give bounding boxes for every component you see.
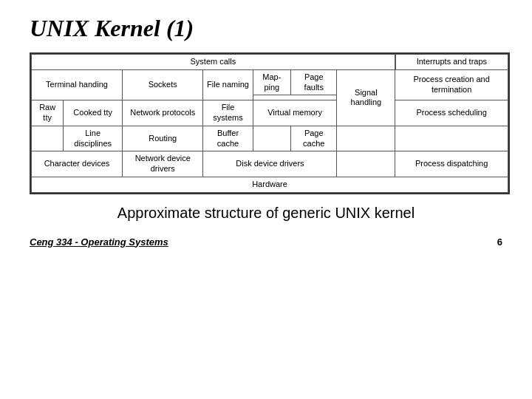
footer-left: Ceng 334 - Operating Systems: [30, 236, 168, 248]
page: UNIX Kernel (1) System calls Interrupts …: [0, 0, 532, 262]
cooked-tty: Cooked tty: [64, 100, 123, 126]
raw-tty: Raw tty: [32, 100, 64, 126]
interrupts-label: Interrupts and traps: [395, 55, 508, 70]
terminal-handling: Terminal handing: [32, 69, 123, 100]
sockets: Sockets: [123, 69, 203, 100]
footer: Ceng 334 - Operating Systems 6: [30, 236, 502, 248]
process-scheduling: Process scheduling: [395, 100, 508, 126]
map-ping: Map-ping: [253, 69, 290, 95]
buffer-cache: Buffer cache: [203, 126, 253, 151]
diagram: System calls Interrupts and traps Termin…: [30, 52, 510, 194]
virtual-memory-label: [253, 95, 337, 100]
line-disciplines: Line disciplines: [64, 126, 123, 151]
disk-device-drivers: Disk device drivers: [203, 151, 337, 177]
raw-tty-empty: [32, 126, 64, 151]
subtitle: Approximate structure of generic UNIX ke…: [30, 205, 502, 222]
network-device-drivers: Network device drivers: [123, 151, 203, 177]
system-calls-label: System calls: [32, 55, 395, 70]
routing: Routing: [123, 126, 203, 151]
file-naming: File naming: [203, 69, 253, 100]
signal-handling: Signal handling: [337, 69, 395, 126]
hardware: Hardware: [32, 177, 508, 192]
virtual-memory: Virtual memory: [253, 100, 337, 126]
process-sched-row4: [395, 126, 508, 151]
empty-sig2: [337, 126, 395, 151]
page-title: UNIX Kernel (1): [30, 15, 502, 42]
process-creation: Process creation and termination: [395, 69, 508, 100]
empty-dispatch: [337, 151, 395, 177]
page-faults: Page faults: [291, 69, 337, 95]
character-devices: Character devices: [32, 151, 123, 177]
network-protocols: Network protocols: [123, 100, 203, 126]
footer-page-number: 6: [497, 236, 502, 248]
file-systems: File systems: [203, 100, 253, 126]
empty-mid: [253, 126, 290, 151]
page-cache: Page cache: [291, 126, 337, 151]
process-dispatching: Process dispatching: [395, 151, 508, 177]
